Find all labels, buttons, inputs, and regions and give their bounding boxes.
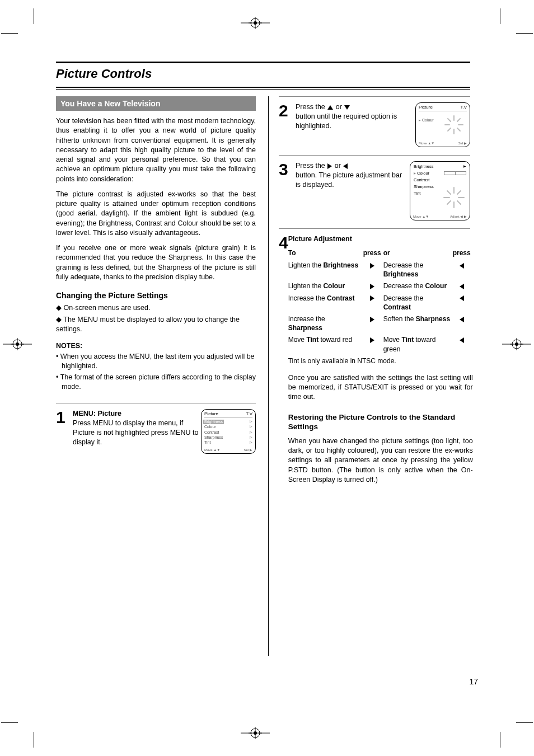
adj-table-footnote: Tint is only available in NTSC mode.	[288, 356, 473, 365]
left-arrow-icon	[460, 295, 464, 301]
rule-under-title-2	[56, 89, 470, 90]
adjustment-table: To press or press Lighten the Brightness…	[288, 248, 473, 365]
step-4: 4 Picture Adjustment To press or press	[279, 228, 470, 490]
intro-para-3: If you receive one or more weak signals …	[56, 243, 256, 282]
left-arrow-icon	[460, 284, 464, 289]
step-1-screen-thumbnail: Picture T.V Brightness▷ Colour▷ Contrast…	[201, 409, 256, 454]
sun-burst-icon-2	[443, 186, 465, 209]
adj-row-sharpness: Increase the Sharpness Soften the Sharpn…	[288, 314, 473, 332]
note-2: The format of the screen picture differs…	[56, 373, 256, 392]
post-adjustment-note: Once you are satisfied with the settings…	[288, 373, 473, 402]
adj-row-colour: Lighten the Colour Decrease the Colour	[288, 281, 473, 290]
step-1-text: MENU: Picture Press MENU to display the …	[73, 409, 201, 454]
step-1: 1 MENU: Picture Press MENU to display th…	[56, 403, 256, 454]
right-arrow-icon	[327, 163, 332, 169]
restore-body: When you have changed the picture settin…	[288, 436, 473, 485]
svg-line-37	[457, 201, 461, 204]
adj-row-brightness: Lighten the Brightness Decrease the Brig…	[288, 261, 473, 279]
left-arrow-icon	[460, 337, 464, 343]
registration-mark-bottom	[241, 727, 270, 739]
right-column: 2 Press the or button until the required…	[269, 96, 470, 656]
step-2-screen-thumbnail: Picture T.V ▸Colour	[415, 102, 470, 147]
adj-row-contrast: Increase the Contrast Decrease the Contr…	[288, 294, 473, 312]
notes-heading: NOTES:	[56, 342, 256, 350]
svg-line-29	[457, 128, 460, 131]
rule-under-title-1	[56, 87, 470, 88]
step-3-number: 3	[279, 161, 296, 220]
top-rule-thick	[56, 62, 470, 63]
registration-mark-left	[3, 338, 32, 350]
right-arrow-icon	[370, 284, 374, 289]
page-content: Picture Controls You Have a New Televisi…	[56, 62, 470, 656]
up-arrow-icon	[327, 105, 333, 110]
svg-line-36	[447, 191, 451, 194]
subhead-changing-settings: Changing the Picture Settings	[56, 291, 256, 300]
intro-para-2: The picture contrast is adjusted ex-work…	[56, 190, 256, 238]
left-arrow-icon	[460, 317, 464, 322]
step-4-heading: Picture Adjustment	[288, 234, 473, 244]
section-header-new-tv: You Have a New Television	[56, 96, 256, 111]
step-3: 3 Press the or button. The picture adjus…	[279, 155, 470, 220]
step-1-number: 1	[56, 409, 73, 454]
bullet-1: On-screen menus are used.	[56, 303, 256, 313]
right-arrow-icon	[370, 317, 374, 322]
left-arrow-icon	[343, 163, 348, 169]
page-number: 17	[469, 677, 478, 686]
step-2-text: Press the or button until the required o…	[296, 102, 415, 147]
svg-line-30	[457, 119, 460, 121]
svg-line-28	[448, 119, 451, 121]
right-arrow-icon	[370, 295, 374, 301]
svg-line-39	[447, 201, 451, 204]
right-arrow-icon	[370, 337, 374, 343]
svg-line-31	[448, 128, 451, 131]
svg-line-38	[457, 191, 461, 194]
left-arrow-icon	[460, 263, 464, 269]
step-3-text: Press the or button. The picture adjustm…	[296, 161, 410, 220]
page-title: Picture Controls	[56, 67, 470, 81]
right-arrow-icon	[370, 263, 374, 269]
bullet-2: The MENU must be displayed to allow you …	[56, 315, 256, 334]
left-column: You Have a New Television Your televisio…	[56, 96, 256, 656]
step-3-screen-thumbnail: Brightness▶ ▸Colour Contrast Sharpness T…	[410, 161, 470, 220]
adj-row-tint: Move Tint toward red Move Tint toward gr…	[288, 335, 473, 353]
note-1: When you access the MENU, the last item …	[56, 352, 256, 371]
registration-mark-right	[502, 338, 531, 350]
step-4-number: 4	[279, 234, 288, 490]
sun-burst-icon	[443, 114, 465, 136]
step-2: 2 Press the or button until the required…	[279, 96, 470, 147]
registration-mark-top	[241, 17, 270, 29]
down-arrow-icon	[344, 105, 350, 110]
restore-heading: Restoring the Picture Controls to the St…	[288, 412, 473, 432]
intro-para-1: Your television has been fitted with the…	[56, 116, 256, 184]
step-2-number: 2	[279, 102, 296, 147]
